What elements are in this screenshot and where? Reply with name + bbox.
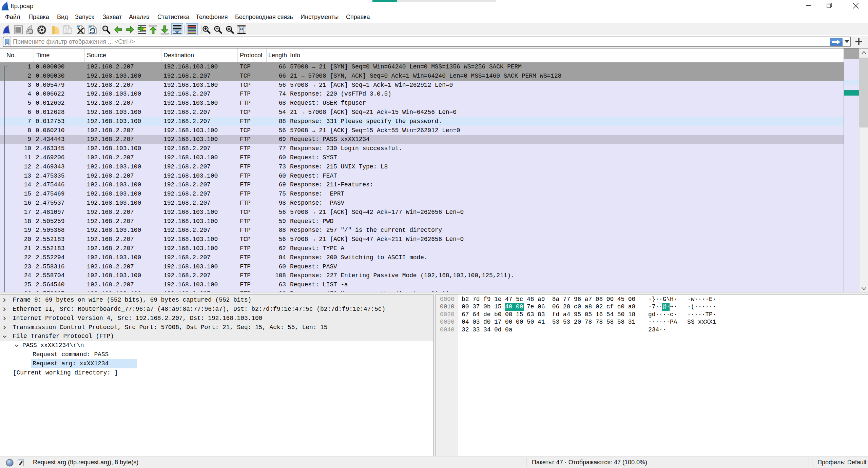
svg-text:0111: 0111: [65, 32, 69, 34]
